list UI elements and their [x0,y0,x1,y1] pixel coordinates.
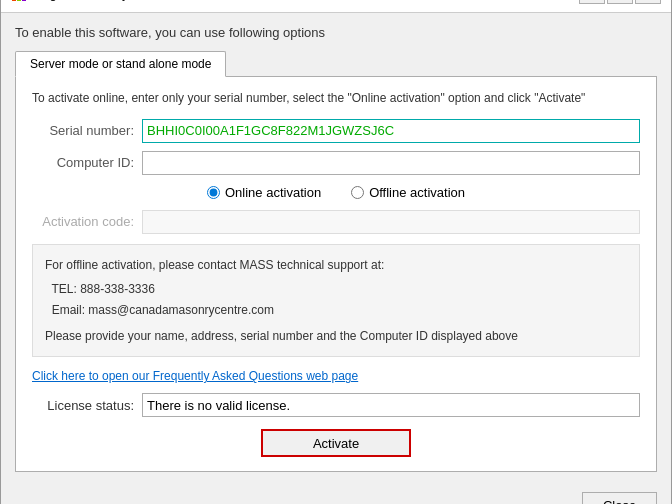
close-button[interactable]: Close [582,492,657,504]
content-area: To enable this software, you can use fol… [1,13,671,485]
tab-server-standalone[interactable]: Server mode or stand alone mode [15,51,226,77]
window-close-button[interactable]: ✕ [635,0,661,4]
activation-mode-row: Online activation Offline activation [32,185,640,200]
info-tel: TEL: 888-338-3336 [45,279,627,299]
info-email: Email: mass@canadamasonrycentre.com [45,300,627,320]
tel-value: 888-338-3336 [80,282,155,296]
titlebar: Registration Key Code ─ □ ✕ [1,0,671,13]
computer-id-label: Computer ID: [32,155,142,170]
info-box: For offline activation, please contact M… [32,244,640,358]
activation-code-row: Activation code: [32,210,640,234]
email-value: mass@canadamasonrycentre.com [88,303,274,317]
license-status-input [142,393,640,417]
serial-label: Serial number: [32,123,142,138]
registration-window: Registration Key Code ─ □ ✕ To enable th… [0,0,672,504]
activation-code-input[interactable] [142,210,640,234]
info-note: Please provide your name, address, seria… [45,326,627,346]
activate-row: Activate [32,429,640,457]
online-activation-radio[interactable] [207,186,220,199]
window-controls: ─ □ ✕ [579,0,661,4]
bottom-bar: Close [1,484,671,504]
serial-input[interactable] [142,119,640,143]
tel-label: TEL: [51,282,76,296]
offline-activation-radio[interactable] [351,186,364,199]
activate-button[interactable]: Activate [261,429,411,457]
offline-activation-label: Offline activation [369,185,465,200]
activation-code-label: Activation code: [32,214,142,229]
email-label: Email: [52,303,85,317]
online-activation-option[interactable]: Online activation [207,185,321,200]
tab-content: To activate online, enter only your seri… [15,77,657,473]
maximize-button[interactable]: □ [607,0,633,4]
top-description: To enable this software, you can use fol… [15,25,657,40]
computer-id-row: Computer ID: [32,151,640,175]
online-activation-label: Online activation [225,185,321,200]
computer-id-input[interactable] [142,151,640,175]
window-title: Registration Key Code [33,0,573,1]
tab-bar: Server mode or stand alone mode [15,50,657,77]
serial-number-row: Serial number: [32,119,640,143]
minimize-button[interactable]: ─ [579,0,605,4]
faq-link[interactable]: Click here to open our Frequently Asked … [32,369,640,383]
offline-activation-option[interactable]: Offline activation [351,185,465,200]
instruction-text: To activate online, enter only your seri… [32,91,640,105]
license-label: License status: [32,398,142,413]
info-header: For offline activation, please contact M… [45,255,627,275]
license-status-row: License status: [32,393,640,417]
app-icon [11,0,27,2]
